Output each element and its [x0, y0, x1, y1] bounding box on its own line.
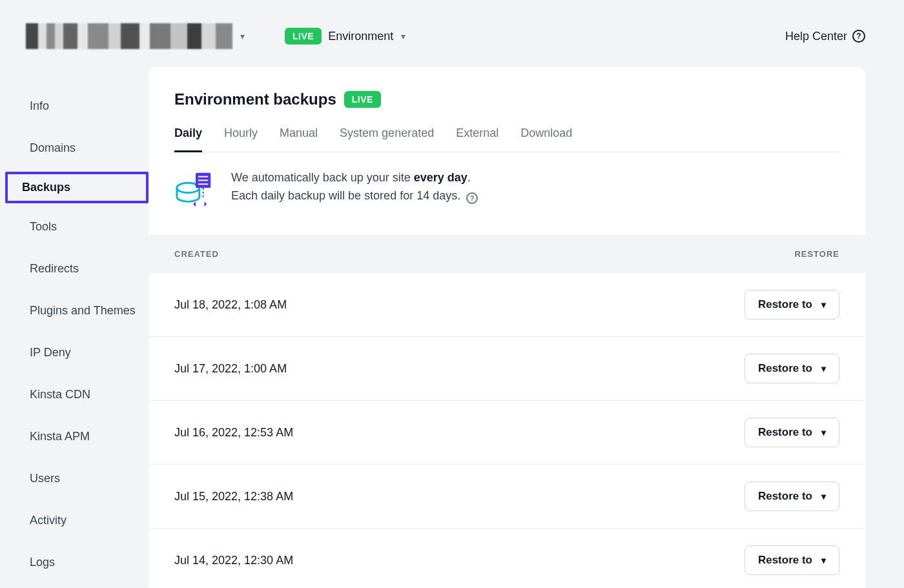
info-banner: We automatically back up your site every… [149, 152, 865, 235]
tab-system-generated[interactable]: System generated [340, 127, 434, 152]
restore-button[interactable]: Restore to▾ [745, 545, 839, 575]
chevron-down-icon: ▾ [240, 31, 245, 41]
chevron-down-icon: ▾ [821, 363, 826, 374]
col-created: CREATED [174, 249, 219, 259]
main-panel: Environment backups LIVE DailyHourlyManu… [149, 67, 865, 588]
info-line1-pre: We automatically back up your site [231, 171, 414, 184]
info-help-icon[interactable]: ? [466, 192, 478, 204]
sidebar-item-kinsta-cdn[interactable]: Kinsta CDN [19, 376, 149, 413]
tabs: DailyHourlyManualSystem generatedExterna… [174, 127, 839, 152]
chevron-down-icon: ▾ [821, 555, 826, 565]
table-row: Jul 15, 2022, 12:38 AMRestore to▾ [149, 465, 865, 529]
tab-daily[interactable]: Daily [174, 127, 202, 152]
created-cell: Jul 18, 2022, 1:08 AM [174, 298, 287, 312]
table-body: Jul 18, 2022, 1:08 AMRestore to▾Jul 17, … [149, 273, 865, 588]
restore-label: Restore to [758, 554, 812, 567]
site-name-redacted [26, 23, 232, 49]
environment-label: Environment [328, 30, 393, 43]
sidebar-item-backups[interactable]: Backups [5, 172, 149, 203]
col-restore: RESTORE [794, 249, 839, 259]
info-text: We automatically back up your site every… [231, 169, 478, 209]
sidebar-item-domains[interactable]: Domains [19, 130, 149, 167]
svg-marker-6 [205, 201, 207, 207]
page-title-text: Environment backups [174, 90, 336, 108]
chevron-down-icon: ▾ [821, 427, 826, 438]
site-selector[interactable]: ▾ [26, 23, 245, 49]
table-row: Jul 16, 2022, 12:53 AMRestore to▾ [149, 401, 865, 465]
table-row: Jul 17, 2022, 1:00 AMRestore to▾ [149, 337, 865, 401]
restore-label: Restore to [758, 298, 812, 311]
restore-button[interactable]: Restore to▾ [745, 482, 839, 511]
chevron-down-icon: ▾ [401, 31, 406, 41]
help-center-link[interactable]: Help Center ? [785, 30, 865, 43]
sidebar-item-users[interactable]: Users [19, 460, 149, 497]
sidebar: InfoDomainsBackupsToolsRedirectsPlugins … [0, 67, 149, 586]
info-line1-post: . [467, 171, 471, 184]
restore-button[interactable]: Restore to▾ [745, 418, 839, 447]
page-title: Environment backups LIVE [174, 90, 839, 108]
tab-manual[interactable]: Manual [280, 127, 318, 152]
restore-label: Restore to [758, 426, 812, 439]
svg-marker-5 [193, 201, 196, 207]
sidebar-item-logs[interactable]: Logs [19, 544, 149, 581]
info-line1-strong: every day [414, 171, 467, 184]
environment-selector: LIVE Environment ▾ [285, 28, 406, 45]
environment-dropdown[interactable]: Environment ▾ [328, 30, 406, 43]
live-badge: LIVE [285, 28, 322, 45]
created-cell: Jul 14, 2022, 12:30 AM [174, 554, 293, 567]
table-row: Jul 18, 2022, 1:08 AMRestore to▾ [149, 273, 865, 337]
table-header: CREATED RESTORE [149, 235, 865, 273]
chevron-down-icon: ▾ [821, 299, 826, 310]
sidebar-item-tools[interactable]: Tools [19, 208, 149, 245]
chevron-down-icon: ▾ [821, 491, 826, 502]
restore-label: Restore to [758, 362, 812, 375]
created-cell: Jul 17, 2022, 1:00 AM [174, 362, 287, 376]
table-row: Jul 14, 2022, 12:30 AMRestore to▾ [149, 529, 865, 588]
sidebar-item-plugins-and-themes[interactable]: Plugins and Themes [19, 292, 149, 329]
topbar: ▾ LIVE Environment ▾ Help Center ? [0, 0, 904, 67]
restore-label: Restore to [758, 490, 812, 503]
help-center-label: Help Center [785, 30, 847, 43]
created-cell: Jul 15, 2022, 12:38 AM [174, 490, 293, 503]
help-icon: ? [852, 30, 865, 43]
info-line2: Each daily backup will be stored for 14 … [231, 189, 460, 202]
restore-button[interactable]: Restore to▾ [745, 290, 839, 319]
page-live-badge: LIVE [344, 91, 381, 108]
restore-button[interactable]: Restore to▾ [745, 354, 839, 383]
tab-hourly[interactable]: Hourly [224, 127, 258, 152]
created-cell: Jul 16, 2022, 12:53 AM [174, 426, 293, 440]
sidebar-item-info[interactable]: Info [19, 88, 149, 125]
sidebar-item-redirects[interactable]: Redirects [19, 250, 149, 287]
sidebar-item-kinsta-apm[interactable]: Kinsta APM [19, 418, 149, 455]
sidebar-item-ip-deny[interactable]: IP Deny [19, 334, 149, 371]
backup-icon [174, 169, 214, 209]
tab-external[interactable]: External [456, 127, 498, 152]
sidebar-item-activity[interactable]: Activity [19, 502, 149, 539]
tab-download[interactable]: Download [520, 127, 572, 152]
